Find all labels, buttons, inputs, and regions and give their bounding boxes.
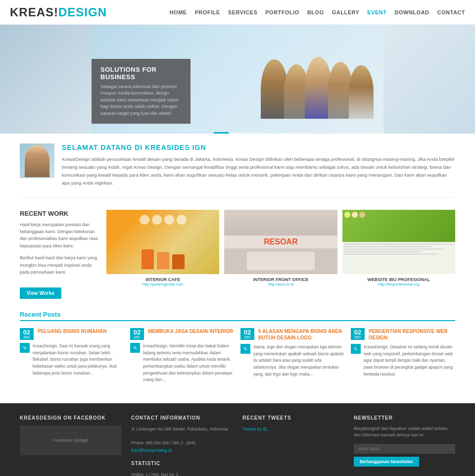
footer-contact-address: Jl. Limburgen No.29B Bantel, Pekanbaru, … xyxy=(131,426,233,432)
footer: KREASDESIGN ON FACEBOOK Facebook Widget … xyxy=(0,403,475,476)
post-date-month-1: Mei xyxy=(20,335,34,339)
recent-posts-heading: Recent Posts xyxy=(20,311,455,318)
main-content: SELAMAT DATANG DI KREASIDES IGN KreasIDe… xyxy=(0,134,475,403)
footer-contact-phone: Phone: 085.000.200 / 081 2...(link) xyxy=(131,439,233,446)
post-text-1: KreasDesign, Saat ini banyak orang yang … xyxy=(33,343,124,377)
posts-grid: 02 Mei PELUANG BISNIS RUMAHAN ✎ KreasDes… xyxy=(20,328,455,383)
work-thumb-website xyxy=(342,210,455,274)
welcome-person-graphic xyxy=(25,145,49,177)
recent-posts-divider xyxy=(20,320,455,321)
nav-download[interactable]: DOWNLOAD xyxy=(395,9,429,15)
post-date-3: 02 Mei xyxy=(240,328,254,340)
work-url-office: http://wra.co.id xyxy=(224,282,337,286)
cafe-circles xyxy=(106,215,219,225)
recent-posts-section: Recent Posts 02 Mei PELUANG BISNIS RUMAH… xyxy=(20,311,455,383)
footer-grid: KREASDESIGN ON FACEBOOK Facebook Widget … xyxy=(20,415,455,476)
recent-work-text: RECENT WORK Hasil kerja merupakan presta… xyxy=(20,210,99,299)
post-date-num-4: 02 xyxy=(351,329,365,335)
post-title-4: PENGERTIAN RESPONSIVE WEB DESIGN xyxy=(369,328,455,341)
nav-gallery[interactable]: GALLERY xyxy=(332,9,360,15)
logo: KREAS!DESIGN xyxy=(10,5,107,19)
main-nav: HOME PROFILE SERVICES PORTFOLIO BLOG GAL… xyxy=(170,9,465,15)
hero-section: SOLUTIONS FOR BUSINESS Sebagai sarana in… xyxy=(0,25,475,134)
post-title-1: PELUANG BISNIS RUMAHAN xyxy=(38,328,106,334)
statistic-online: Online: 1 / Hits: hari ini: 3 xyxy=(131,471,233,476)
work-label-website: WEBSITE IBU PROFESIONAL xyxy=(342,277,455,282)
hero-title: SOLUTIONS FOR BUSINESS xyxy=(100,66,182,81)
post-title-3: 5 ALASAN MENGAPA BISNIS ANDA BUTUH DESAI… xyxy=(258,328,345,341)
recent-work-items: INTERIOR CAFE http://pelanngicafe.com RE… xyxy=(106,210,455,299)
nav-event[interactable]: EVENT xyxy=(367,9,386,15)
footer-tweets-heading: RECENT TWEETS xyxy=(242,415,344,421)
work-url-cafe: http://pelanngicafe.com xyxy=(106,282,219,286)
nav-portfolio[interactable]: PORTFOLIO xyxy=(265,9,299,15)
post-date-4: 02 Mei xyxy=(351,328,365,340)
post-text-3: Nama, logo dan slogan merupakan tiga ele… xyxy=(253,344,345,378)
hero-dot-3[interactable] xyxy=(246,132,261,134)
hero-content-box: SOLUTIONS FOR BUSINESS Sebagai sarana in… xyxy=(92,59,190,124)
post-item-1: 02 Mei PELUANG BISNIS RUMAHAN ✎ KreasDes… xyxy=(20,328,124,383)
nav-home[interactable]: HOME xyxy=(170,9,187,15)
post-body-4: ✎ KreasDesign, Desainer ini sedang trend… xyxy=(351,344,455,378)
post-icon-2: ✎ xyxy=(130,343,140,353)
welcome-section: SELAMAT DATANG DI KREASIDES IGN KreasIDe… xyxy=(20,143,455,198)
welcome-paragraph: KreasIDesign adalah perusahaan kreatif d… xyxy=(62,155,455,188)
footer-col-newsletter: NEWSLETTER Bergabunglah dan dapatkan upd… xyxy=(354,415,455,476)
work-item-cafe: INTERIOR CAFE http://pelanngicafe.com xyxy=(106,210,219,299)
logo-design-text: DESIGN xyxy=(58,5,107,19)
post-date-1: 02 Mei xyxy=(20,328,34,340)
post-date-num-3: 02 xyxy=(240,329,254,335)
post-icon-1: ✎ xyxy=(20,343,30,353)
post-date-month-3: Mei xyxy=(240,335,254,339)
post-item-4: 02 Mei PENGERTIAN RESPONSIVE WEB DESIGN … xyxy=(351,328,455,383)
facebook-widget: Facebook Widget xyxy=(20,426,121,455)
nav-contact[interactable]: CONTACT xyxy=(437,9,465,15)
hero-dot-2[interactable] xyxy=(230,132,245,134)
footer-newsletter-heading: NEWSLETTER xyxy=(354,415,455,421)
footer-facebook-heading: KREASDESIGN ON FACEBOOK xyxy=(20,415,121,421)
nav-blog[interactable]: BLOG xyxy=(307,9,324,15)
work-item-office: RESOAR INTERIOR FRONT OFFICE http://wra.… xyxy=(224,210,337,299)
footer-contact-email: folio@krangcolabig.id xyxy=(131,447,233,454)
work-url-website: http://ibuprofesional.org xyxy=(342,282,455,286)
newsletter-desc: Bergabunglah dan dapatkan update artikel… xyxy=(354,426,455,439)
hero-people xyxy=(261,57,374,119)
newsletter-submit-button[interactable]: Berlangganan Newsletter xyxy=(354,457,419,467)
hero-progress xyxy=(214,132,261,134)
welcome-heading: SELAMAT DATANG DI KREASIDES IGN xyxy=(62,143,455,151)
header: KREAS!DESIGN HOME PROFILE SERVICES PORTF… xyxy=(0,0,475,25)
recent-work-section: RECENT WORK Hasil kerja merupakan presta… xyxy=(20,210,455,299)
work-thumb-office: RESOAR xyxy=(224,210,337,274)
post-item-3: 02 Mei 5 ALASAN MENGAPA BISNIS ANDA BUTU… xyxy=(240,328,345,383)
post-icon-4: ✎ xyxy=(351,344,361,354)
post-date-num-1: 02 xyxy=(20,329,34,335)
view-works-button[interactable]: View Works xyxy=(20,287,61,299)
tweets-link[interactable]: Tweets by @... xyxy=(242,426,344,432)
nav-profile[interactable]: PROFILE xyxy=(195,9,220,15)
work-label-office: INTERIOR FRONT OFFICE xyxy=(224,277,337,282)
recent-work-heading: RECENT WORK xyxy=(20,210,99,217)
hero-dot-1[interactable] xyxy=(214,132,229,134)
footer-col-tweets: RECENT TWEETS Tweets by @... xyxy=(242,415,344,476)
footer-col-facebook: KREASDESIGN ON FACEBOOK Facebook Widget xyxy=(20,415,121,476)
post-icon-3: ✎ xyxy=(240,344,250,354)
post-date-box-2: 02 Mei MEMBUKA JASA DESAIN INTERIOR xyxy=(130,328,235,340)
work-item-website: WEBSITE IBU PROFESIONAL http://ibuprofes… xyxy=(342,210,455,299)
footer-contact-heading: CONTACT INFORMATION xyxy=(131,415,233,421)
post-body-3: ✎ Nama, logo dan slogan merupakan tiga e… xyxy=(240,344,345,378)
resoar-text: RESOAR xyxy=(264,238,297,246)
footer-email-link[interactable]: folio@krangcolabig.id xyxy=(131,448,171,453)
post-text-4: KreasDesign, Desainer ini sedang trendi … xyxy=(364,344,455,378)
nav-services[interactable]: SERVICES xyxy=(228,9,257,15)
post-text-2: KreasDesign, Memiliki minat dan bakat Da… xyxy=(143,343,235,383)
post-date-2: 02 Mei xyxy=(130,328,144,340)
post-date-month-2: Mei xyxy=(130,335,144,339)
welcome-text: SELAMAT DATANG DI KREASIDES IGN KreasIDe… xyxy=(62,143,455,188)
work-thumb-cafe xyxy=(106,210,219,274)
newsletter-email-input[interactable] xyxy=(354,444,455,454)
footer-col-contact: CONTACT INFORMATION Jl. Limburgen No.29B… xyxy=(131,415,233,476)
welcome-image xyxy=(20,143,54,178)
post-date-num-2: 02 xyxy=(130,329,144,335)
hero-description: Sebagai sarana informasi dan promosi mau… xyxy=(100,84,182,117)
post-date-box-3: 02 Mei 5 ALASAN MENGAPA BISNIS ANDA BUTU… xyxy=(240,328,345,341)
